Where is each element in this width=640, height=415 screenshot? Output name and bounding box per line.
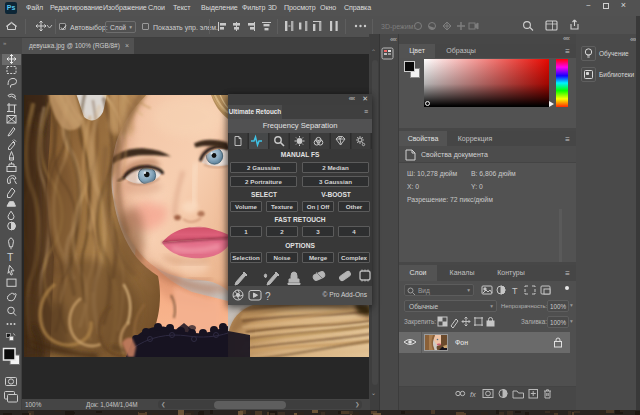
svg-text:fx: fx	[470, 390, 476, 399]
svg-text:T: T	[7, 251, 14, 263]
svg-text:3D-режим:: 3D-режим:	[381, 23, 415, 31]
svg-text:?: ?	[265, 291, 271, 302]
svg-text:T: T	[512, 286, 518, 296]
